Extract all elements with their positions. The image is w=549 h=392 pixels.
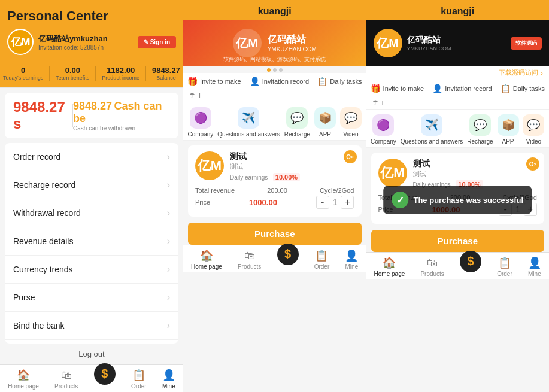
home-icon: 🏠 — [17, 369, 30, 382]
nav-home-mid[interactable]: 🏠 Home page — [191, 249, 222, 270]
qty-value: 1 — [333, 197, 338, 207]
nav-order-label: Order — [131, 383, 147, 390]
video-icon: 💬 — [340, 107, 362, 129]
right-banner: 亿M 亿码酷站 YMKUZHAN.COM 软件源码 — [366, 20, 550, 66]
recharge-icon-right: 💬 — [469, 114, 491, 136]
stat-divider-2 — [145, 66, 146, 81]
cat-company-right-label: Company — [371, 138, 396, 145]
mine-icon: 👤 — [162, 369, 175, 382]
nav-mine-mid[interactable]: 👤 Mine — [345, 249, 358, 270]
cat-qa[interactable]: ✈️ Questions and answers — [217, 107, 280, 138]
cat-company-label: Company — [187, 131, 213, 138]
menu-item-revenue-details[interactable]: Revenue details › — [5, 227, 178, 256]
left-header: Personal Center 亿M 亿码酷站ymkuzhan Invitati… — [0, 0, 183, 61]
order-icon: 📋 — [132, 369, 145, 382]
right-purchase-button[interactable]: Purchase — [371, 230, 545, 252]
menu-item-recharge-record[interactable]: Recharge record › — [5, 171, 178, 199]
middle-purchase-button[interactable]: Purchase — [188, 223, 362, 245]
right-banner-logo: 亿M 亿码酷站 YMKUZHAN.COM — [374, 29, 451, 57]
order-icon-mid: 📋 — [315, 249, 328, 262]
cat-recharge-right-label: Recharge — [467, 138, 493, 145]
nav-products-right-label: Products — [420, 271, 444, 277]
qa-invite-right[interactable]: 🎁 Invite to make — [371, 84, 424, 93]
menu-label-withdrawal-record: Withdrawal record — [13, 208, 81, 218]
invitation-record-icon: 👤 — [250, 77, 260, 86]
cat-recharge-label: Recharge — [284, 131, 310, 138]
nav-products-right[interactable]: 🛍 Products — [420, 257, 444, 277]
nav-products[interactable]: 🛍 Products — [54, 369, 78, 390]
nav-dollar-mid[interactable]: $ — [277, 254, 299, 265]
cat-app-right[interactable]: 📦 APP — [498, 114, 519, 145]
middle-bottom-nav: 🏠 Home page 🛍 Products $ 📋 Order 👤 Mine — [183, 245, 366, 272]
stat-value-2: 1182.00 — [102, 66, 139, 75]
menu-label-currency-trends: Currency trends — [13, 265, 73, 274]
nav-home[interactable]: 🏠 Home page — [8, 369, 39, 390]
qa-invite[interactable]: 🎁 Invite to make — [187, 77, 241, 86]
menu-item-withdrawal-record[interactable]: Withdrawal record › — [5, 199, 178, 227]
cat-company-right[interactable]: 🟣 Company — [371, 114, 396, 145]
cat-qa-right[interactable]: ✈️ Questions and answers — [401, 114, 463, 145]
dot-1 — [273, 68, 277, 72]
cat-video[interactable]: 💬 Video — [340, 107, 362, 138]
menu-label-recharge-record: Recharge record — [13, 180, 75, 190]
earnings-row: Daily earnings 10.00% — [230, 171, 354, 182]
nav-mine-label: Mine — [162, 383, 175, 390]
cat-recharge[interactable]: 💬 Recharge — [284, 107, 310, 138]
mine-icon-mid: 👤 — [345, 249, 358, 262]
total-row: Total revenue 200.00 Cycle/2God — [195, 187, 354, 194]
download-bar: 下载源码访问 › — [366, 66, 550, 80]
sign-in-button[interactable]: ✎ Sign in — [138, 36, 176, 48]
cat-company[interactable]: 🟣 Company — [187, 107, 213, 138]
invite-icon: 🎁 — [187, 77, 198, 86]
menu-label-bind-bank: Bind the bank — [13, 321, 65, 330]
cat-recharge-right[interactable]: 💬 Recharge — [467, 114, 493, 145]
middle-quick-actions: 🎁 Invite to make 👤 Invitation record 📋 D… — [183, 73, 366, 89]
right-notify-icon: ☂ — [372, 99, 378, 107]
qty-plus-button[interactable]: + — [341, 196, 354, 209]
dollar-icon: $ — [94, 363, 116, 385]
nav-order-right-label: Order — [497, 271, 512, 277]
logout-button[interactable]: Log out — [0, 344, 183, 364]
menu-item-currency-trends[interactable]: Currency trends › — [5, 256, 178, 284]
cat-video-right[interactable]: 💬 Video — [523, 114, 544, 145]
cat-video-label: Video — [343, 131, 358, 138]
qa-invitation-record-right[interactable]: 👤 Invitation record — [432, 84, 492, 93]
nav-mine[interactable]: 👤 Mine — [162, 369, 175, 390]
nav-products-mid[interactable]: 🛍 Products — [238, 250, 261, 270]
qa-daily-label: Daily tasks — [330, 78, 362, 85]
menu-item-purse[interactable]: Purse › — [5, 284, 178, 312]
right-banner-text-block: 亿码酷站 YMKUZHAN.COM — [407, 35, 451, 51]
left-bottom-nav: 🏠 Home page 🛍 Products $ 📋 Order 👤 Mine — [0, 364, 183, 392]
right-banner-right: 软件源码 — [511, 37, 542, 50]
cat-qa-label: Questions and answers — [217, 131, 280, 138]
qty-control: - 1 + — [316, 196, 354, 209]
menu-item-order-record[interactable]: Order record › — [5, 143, 178, 171]
notify-icon: ☂ — [189, 92, 195, 99]
nav-order-mid[interactable]: 📋 Order — [314, 249, 330, 270]
nav-home-right[interactable]: 🏠 Home page — [374, 256, 405, 277]
price-row: Price 1000.00 - 1 + — [195, 196, 354, 209]
stats-row: 0 Today's earnings 0.00 Team benefits 11… — [0, 61, 183, 88]
qa-daily-tasks-right[interactable]: 📋 Daily tasks — [501, 84, 545, 93]
nav-dollar-right[interactable]: $ — [460, 262, 481, 272]
cycle-label: Cycle/2God — [320, 187, 354, 194]
qa-invitation-record[interactable]: 👤 Invitation record — [250, 77, 309, 86]
qa-daily-right-label: Daily tasks — [513, 85, 545, 92]
qa-daily-tasks[interactable]: 📋 Daily tasks — [317, 77, 362, 86]
banner-dots — [183, 66, 366, 73]
cash-value: 9848.27 — [73, 100, 112, 112]
nav-order[interactable]: 📋 Order — [131, 369, 147, 390]
menu-item-bind-bank[interactable]: Bind the bank › — [5, 312, 178, 340]
cat-app[interactable]: 📦 APP — [314, 107, 336, 138]
nav-mine-right[interactable]: 👤 Mine — [528, 256, 541, 277]
nav-dollar[interactable]: $ — [94, 374, 116, 385]
qty-minus-button[interactable]: - — [316, 196, 329, 209]
chevron-icon-3: › — [167, 236, 170, 247]
balance-right: 9848.27 Cash can be Cash can be withdraw… — [73, 100, 170, 132]
stat-balance: 9848.27 Balance — [152, 66, 180, 81]
nav-order-right[interactable]: 📋 Order — [497, 256, 512, 277]
nav-home-right-label: Home page — [374, 271, 405, 277]
product-header: 亿M 测试 测试 Daily earnings 10.00% — [195, 151, 354, 182]
right-notify-bar: ☂ I — [366, 96, 550, 110]
balance-main-value: 9848.27 s — [13, 99, 72, 132]
